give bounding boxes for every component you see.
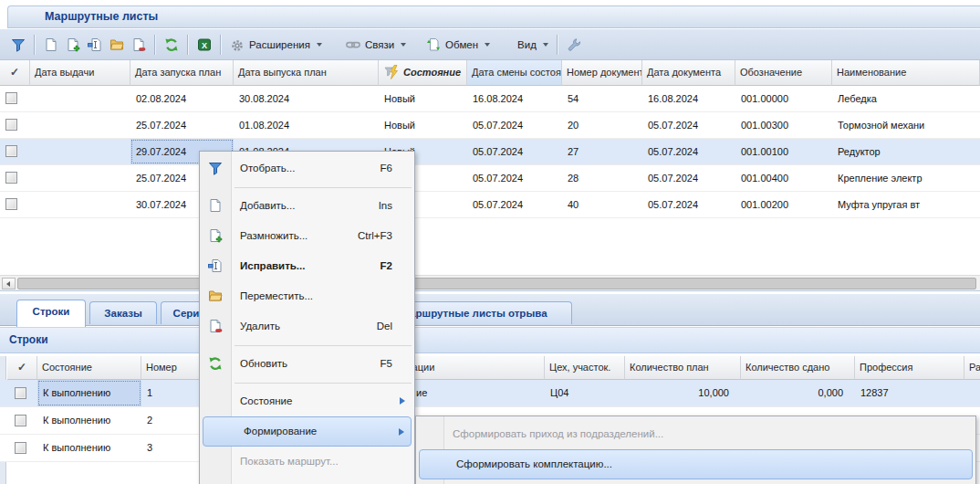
col-workshop[interactable]: Цех, участок. xyxy=(545,356,625,380)
submenu-item-form-receipt: Сформировать приход из подразделений... xyxy=(416,419,975,449)
col-designation[interactable]: Обозначение xyxy=(735,60,832,86)
route-sheet-row[interactable]: 25.07.2024 Новый 05.07.2024 28 05.07.202… xyxy=(0,165,980,192)
submenu-item-form-kitting[interactable]: Сформировать комплектацию... xyxy=(419,449,973,479)
filter-button[interactable] xyxy=(7,35,29,55)
select-all-header[interactable]: ✓ xyxy=(0,60,30,86)
col-doc-number[interactable]: Номер документа xyxy=(562,60,642,86)
move-button[interactable] xyxy=(106,35,128,55)
tab-lines[interactable]: Строки xyxy=(16,300,86,327)
col-qty-done[interactable]: Количество сдано xyxy=(741,356,855,380)
cell-issue-date xyxy=(30,165,130,191)
lines-header: ✓ Состояние Номер Наименование операции … xyxy=(0,356,980,380)
row-checkbox[interactable] xyxy=(15,387,26,399)
filter-icon xyxy=(208,161,223,175)
cell-designation: 001.00100 xyxy=(735,139,832,164)
section-title: Строки xyxy=(9,333,48,346)
cell-release-date: 30.08.2024 xyxy=(234,86,379,111)
menu-separator xyxy=(235,187,412,188)
route-sheet-row[interactable]: 02.08.2024 30.08.2024 Новый 16.08.2024 5… xyxy=(0,86,980,112)
context-menu: Отобрать...F6 Добавить...Ins Размножить.… xyxy=(199,151,415,484)
scroll-left-button[interactable] xyxy=(2,278,16,289)
line-row-selected[interactable]: К выполнению 1 ие Ц04 10,000 0,000 12837 xyxy=(0,380,980,407)
links-menu-button[interactable]: Связи xyxy=(342,35,410,55)
cell-grade xyxy=(964,380,980,406)
menu-item-duplicate[interactable]: Размножить...Ctrl+F3 xyxy=(200,221,414,251)
view-menu-button[interactable]: Вид xyxy=(514,37,552,53)
menu-item-delete[interactable]: УдалитьDel xyxy=(200,311,414,342)
doc-copy-icon xyxy=(208,228,223,243)
chain-icon xyxy=(346,37,360,52)
col-state-change-date[interactable]: Дата смены состояния xyxy=(467,60,562,86)
chevron-down-icon xyxy=(485,43,490,47)
exchange-menu-label: Обмен xyxy=(445,39,478,50)
cell-state-change: 05.07.2024 xyxy=(467,192,562,217)
route-sheet-row[interactable]: 30.07.2024 Новый 05.07.2024 40 05.07.202… xyxy=(0,192,980,218)
doc-new-icon xyxy=(44,37,58,52)
check-icon: ✓ xyxy=(17,361,26,374)
delete-button[interactable] xyxy=(128,35,150,55)
row-checkbox[interactable] xyxy=(15,415,26,426)
col-issue-date[interactable]: Дата выдачи xyxy=(30,60,130,86)
col-release-date[interactable]: Дата выпуска план xyxy=(234,60,379,86)
menu-item-generation[interactable]: Формирование xyxy=(203,416,412,447)
refresh-button[interactable] xyxy=(161,35,182,55)
excel-export-button[interactable]: X xyxy=(193,35,215,55)
filter-icon xyxy=(11,37,26,52)
col-launch-date[interactable]: Дата запуска план xyxy=(130,60,234,86)
cell-doc-number: 20 xyxy=(562,112,642,138)
menu-item-state[interactable]: Состояние xyxy=(200,386,414,416)
cell-issue-date xyxy=(30,112,130,138)
cell-workshop: Ц04 xyxy=(545,380,625,406)
edit-button[interactable] xyxy=(84,35,106,55)
horizontal-scrollbar[interactable] xyxy=(0,275,980,291)
cell-state-change: 05.07.2024 xyxy=(467,112,562,138)
row-checkbox[interactable] xyxy=(15,442,26,454)
menu-item-edit[interactable]: Исправить...F2 xyxy=(200,251,414,281)
col-profession[interactable]: Профессия xyxy=(855,356,964,380)
cell-doc-number: 40 xyxy=(562,192,642,217)
row-checkbox[interactable] xyxy=(5,145,17,157)
tab-orders[interactable]: Заказы xyxy=(89,301,157,324)
col-qty-plan[interactable]: Количество план xyxy=(625,356,741,380)
col-name[interactable]: Наименование xyxy=(832,60,980,86)
doc-new-icon xyxy=(208,198,223,213)
route-sheet-row-selected[interactable]: 29.07.2024 01.08.2024 Новый 05.07.2024 2… xyxy=(0,139,980,165)
row-checkbox[interactable] xyxy=(5,172,17,184)
col-grade[interactable]: Разряд xyxy=(964,356,980,380)
page-title: Маршрутные листы xyxy=(45,10,158,23)
menu-item-refresh[interactable]: ОбновитьF5 xyxy=(200,349,414,379)
cell-doc-date: 05.07.2024 xyxy=(642,139,735,164)
toolbar-separator xyxy=(187,35,189,55)
row-checkbox[interactable] xyxy=(5,92,17,104)
cell-state: Новый xyxy=(379,112,467,138)
menu-item-add[interactable]: Добавить...Ins xyxy=(200,191,414,221)
doc-edit-icon xyxy=(88,37,102,52)
col-line-state[interactable]: Состояние xyxy=(37,356,141,380)
settings-button[interactable] xyxy=(563,35,585,55)
add-button[interactable] xyxy=(40,35,62,55)
cell-designation: 001.00200 xyxy=(735,192,832,217)
cell-line-state-focused: К выполнению xyxy=(37,380,141,406)
check-icon: ✓ xyxy=(10,66,19,79)
exchange-menu-button[interactable]: Обмен xyxy=(422,35,494,55)
chevron-down-icon xyxy=(543,43,548,47)
row-checkbox[interactable] xyxy=(5,198,17,210)
menu-item-filter[interactable]: Отобрать...F6 xyxy=(200,153,414,184)
extensions-menu-button[interactable]: Расширения xyxy=(226,35,326,55)
scrollbar-thumb[interactable] xyxy=(17,278,976,289)
menu-item-move[interactable]: Переместить... xyxy=(200,281,414,311)
row-checkbox[interactable] xyxy=(5,119,17,131)
state-bolt-icon xyxy=(383,65,400,79)
app-window: Маршрутные листы X xyxy=(0,0,980,484)
cell-doc-number: 28 xyxy=(562,165,642,191)
route-sheet-row[interactable]: 25.07.2024 01.08.2024 Новый 05.07.2024 2… xyxy=(0,112,980,139)
copy-button[interactable] xyxy=(62,35,84,55)
cell-name: Редуктор xyxy=(832,139,980,164)
col-doc-date[interactable]: Дата документа xyxy=(642,60,735,86)
select-all-header[interactable]: ✓ xyxy=(7,356,37,380)
cell-designation: 001.00000 xyxy=(735,86,832,111)
submenu-arrow-icon xyxy=(399,428,404,436)
exchange-icon xyxy=(426,37,441,52)
col-state[interactable]: Состояние xyxy=(379,60,467,86)
gear-icon xyxy=(230,37,245,52)
